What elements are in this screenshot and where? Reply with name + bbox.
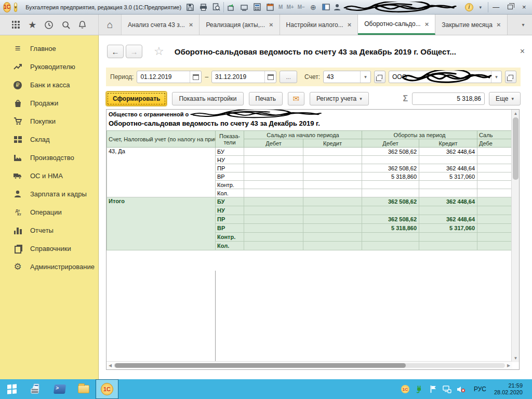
- memory-recall-button[interactable]: M: [277, 2, 284, 12]
- sidebar-item-administrirovanie[interactable]: ⚙ Администрирование: [0, 258, 98, 276]
- report-spreadsheet[interactable]: Общество с ограниченной о Оборотно-сальд…: [106, 109, 520, 370]
- favorites-icon[interactable]: ★: [26, 19, 38, 31]
- value-cell[interactable]: [477, 181, 513, 189]
- taskbar-explorer-button[interactable]: [72, 379, 96, 399]
- chevron-down-icon[interactable]: ▾: [491, 71, 501, 83]
- print-button[interactable]: Печать: [249, 92, 283, 105]
- indicator-cell[interactable]: Кол.: [216, 242, 244, 250]
- main-menu-dropdown-button[interactable]: ▾: [14, 3, 18, 12]
- tab-oborotno-saldovaya[interactable]: Оборотно-сальдо... ×: [358, 15, 435, 35]
- value-cell[interactable]: 362 508,62: [362, 197, 419, 206]
- period-choice-button[interactable]: ...: [280, 71, 297, 83]
- value-cell[interactable]: [362, 181, 419, 189]
- value-cell[interactable]: [244, 242, 303, 250]
- value-cell[interactable]: [477, 189, 513, 197]
- value-cell[interactable]: [419, 242, 477, 250]
- chevron-down-icon[interactable]: ▾: [360, 71, 370, 83]
- sidebar-item-proizvodstvo[interactable]: Производство: [0, 149, 98, 167]
- value-cell[interactable]: 362 508,62: [362, 215, 419, 224]
- generate-button[interactable]: Сформировать: [106, 91, 167, 106]
- tray-flag-icon[interactable]: [429, 384, 438, 394]
- taskbar-admin-tools-button[interactable]: [24, 379, 48, 399]
- value-cell[interactable]: 5 317,060: [419, 172, 477, 181]
- indicator-cell[interactable]: НУ: [216, 206, 244, 215]
- organization-value[interactable]: ООО: [389, 73, 491, 81]
- minimize-button[interactable]: —: [490, 2, 502, 12]
- close-form-button[interactable]: ×: [520, 47, 525, 56]
- value-cell[interactable]: [477, 242, 513, 250]
- vertical-scrollbar[interactable]: ▲ ▼: [511, 110, 519, 362]
- value-cell[interactable]: 362 508,62: [362, 164, 419, 172]
- sections-menu-icon[interactable]: [9, 19, 22, 31]
- sidebar-item-os-i-nma[interactable]: ОС и НМА: [0, 167, 98, 185]
- tab-zakrytie-mesyaca[interactable]: Закрытие месяца ×: [435, 15, 507, 35]
- sidebar-item-rukovoditelyu[interactable]: Руководителю: [0, 58, 98, 76]
- calendar-icon[interactable]: [264, 2, 276, 12]
- value-cell[interactable]: [477, 215, 513, 224]
- sidebar-item-zarplata-i-kadry[interactable]: Зарплата и кадры: [0, 185, 98, 203]
- register-button[interactable]: Регистр учета ▾: [310, 92, 369, 105]
- sidebar-item-prodazhi[interactable]: Продажи: [0, 94, 98, 112]
- sidebar-item-sklad[interactable]: Склад: [0, 130, 98, 149]
- restore-button[interactable]: [504, 2, 516, 12]
- value-cell[interactable]: [303, 233, 362, 242]
- info-button[interactable]: i: [465, 3, 473, 11]
- value-cell[interactable]: [244, 224, 303, 233]
- taskbar-clock[interactable]: 21:59 28.02.2020: [494, 382, 527, 396]
- indicator-cell[interactable]: ПР: [216, 164, 244, 172]
- account-cell[interactable]: 43, Да: [107, 148, 216, 197]
- value-cell[interactable]: 5 318,860: [362, 172, 419, 181]
- indicator-cell[interactable]: ПР: [216, 215, 244, 224]
- calendar-icon[interactable]: [190, 71, 201, 83]
- value-cell[interactable]: [362, 156, 419, 164]
- taskbar-powershell-button[interactable]: >: [48, 379, 72, 399]
- value-cell[interactable]: [419, 156, 477, 164]
- sidebar-item-spravochniki[interactable]: Справочники: [0, 240, 98, 258]
- sum-field[interactable]: 5 318,86: [412, 92, 485, 105]
- home-icon[interactable]: ⌂: [99, 15, 122, 35]
- value-cell[interactable]: [244, 148, 303, 156]
- scroll-up-arrow[interactable]: ▲: [512, 110, 520, 117]
- more-button[interactable]: Еще ▾: [489, 92, 521, 105]
- value-cell[interactable]: [362, 233, 419, 242]
- print-preview-icon[interactable]: [210, 2, 222, 12]
- indicator-cell[interactable]: Контр.: [216, 181, 244, 189]
- show-settings-button[interactable]: Показать настройки: [172, 92, 243, 105]
- sidebar-item-bank-i-kassa[interactable]: ₽ Банк и касса: [0, 76, 98, 94]
- indicator-cell[interactable]: ВР: [216, 224, 244, 233]
- scroll-right-arrow[interactable]: ▶: [505, 363, 512, 368]
- horizontal-scroll-track[interactable]: [114, 363, 505, 368]
- value-cell[interactable]: [303, 148, 362, 156]
- current-user[interactable]: [334, 2, 463, 13]
- value-cell[interactable]: [244, 164, 303, 172]
- value-cell[interactable]: [303, 189, 362, 197]
- favorite-star-icon[interactable]: ☆: [154, 45, 164, 58]
- indicator-cell[interactable]: ВР: [216, 172, 244, 181]
- total-label-cell[interactable]: Итого: [107, 197, 216, 250]
- close-icon[interactable]: ×: [497, 21, 501, 29]
- sidebar-item-otchety[interactable]: Отчеты: [0, 221, 98, 240]
- value-cell[interactable]: 5 317,060: [419, 224, 477, 233]
- print-icon[interactable]: [197, 2, 209, 12]
- chevron-down-icon[interactable]: ▾: [475, 2, 486, 12]
- value-cell[interactable]: [477, 164, 513, 172]
- value-cell[interactable]: [244, 215, 303, 224]
- memory-plus-button[interactable]: M+: [285, 2, 295, 12]
- indicator-cell[interactable]: Кол.: [216, 189, 244, 197]
- back-button[interactable]: ←: [107, 45, 124, 58]
- start-button[interactable]: [0, 379, 24, 399]
- tray-1c-icon[interactable]: 1С: [401, 384, 410, 394]
- taskbar-1c-button-active[interactable]: 1С: [96, 379, 118, 399]
- value-cell[interactable]: [303, 172, 362, 181]
- value-cell[interactable]: [303, 156, 362, 164]
- value-cell[interactable]: [477, 172, 513, 181]
- close-icon[interactable]: ×: [269, 21, 273, 29]
- tray-network-icon[interactable]: [443, 384, 452, 394]
- save-icon[interactable]: [184, 2, 196, 12]
- value-cell[interactable]: [303, 224, 362, 233]
- value-cell[interactable]: [477, 148, 513, 156]
- scroll-left-arrow[interactable]: ◀: [107, 363, 114, 368]
- sidebar-item-pokupki[interactable]: Покупки: [0, 112, 98, 130]
- period-to-field[interactable]: 31.12.2019: [211, 71, 276, 83]
- zoom-icon[interactable]: ⊕: [308, 2, 319, 12]
